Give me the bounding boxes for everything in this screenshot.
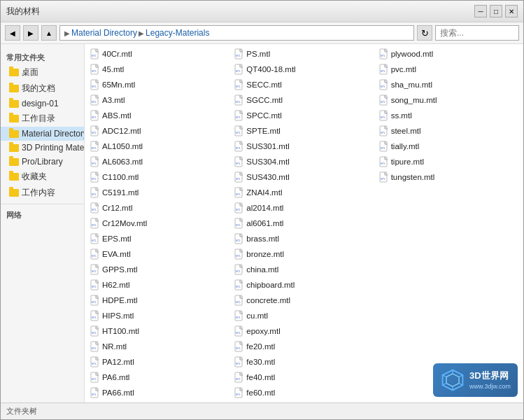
- list-item[interactable]: MTL SPTE.mtl: [232, 124, 376, 138]
- list-item[interactable]: MTL bronze.mtl: [232, 247, 376, 261]
- list-item[interactable]: MTL tially.mtl: [376, 139, 521, 153]
- folder-icon: [9, 158, 19, 166]
- list-item[interactable]: [376, 201, 521, 204]
- list-item[interactable]: [376, 186, 521, 188]
- list-item[interactable]: MTL PA12.mtl: [87, 355, 232, 369]
- list-item[interactable]: MTL china.mtl: [232, 262, 376, 276]
- list-item[interactable]: MTL steel.mtl: [376, 124, 521, 138]
- refresh-button[interactable]: ↻: [417, 25, 432, 41]
- list-item[interactable]: [376, 401, 521, 402]
- list-item[interactable]: MTL femall.mtl: [232, 401, 376, 402]
- list-item[interactable]: MTL SPCC.mtl: [232, 108, 376, 122]
- list-item[interactable]: MTL GPPS.mtl: [87, 262, 232, 276]
- sidebar-item-3dprint[interactable]: 3D Printing Materials: [1, 141, 84, 155]
- window-title: 我的材料: [6, 6, 40, 18]
- list-item[interactable]: MTL 65Mn.mtl: [87, 78, 232, 92]
- path-part-material[interactable]: Material Directory: [71, 28, 137, 38]
- folder-icon: [9, 173, 19, 181]
- list-item[interactable]: MTL PS.mtl: [232, 47, 376, 61]
- search-input[interactable]: [435, 25, 519, 41]
- list-item[interactable]: [376, 232, 521, 234]
- sidebar-item-workcontent[interactable]: 工作内容: [1, 185, 84, 201]
- list-item[interactable]: MTL al2014.mtl: [232, 201, 376, 215]
- up-button[interactable]: ▲: [41, 25, 57, 41]
- svg-text:MTL: MTL: [92, 255, 97, 258]
- list-item[interactable]: MTL AL1050.mtl: [87, 139, 232, 153]
- list-item[interactable]: MTL fe60.mtl: [232, 386, 376, 400]
- list-item[interactable]: MTL SUS301.mtl: [232, 139, 376, 153]
- list-item[interactable]: MTL tungsten.mtl: [376, 170, 521, 184]
- folder-icon: [9, 100, 19, 108]
- list-item[interactable]: MTL SUS304.mtl: [232, 155, 376, 169]
- list-item[interactable]: [376, 262, 521, 265]
- list-item[interactable]: MTL EVA.mtl: [87, 247, 232, 261]
- list-item[interactable]: MTL PBT.mtl: [87, 401, 232, 402]
- list-item[interactable]: MTL ZNAI4.mtl: [232, 186, 376, 200]
- sidebar-item-prolibrary[interactable]: Pro/Library: [1, 155, 84, 169]
- list-item[interactable]: MTL 45.mtl: [87, 62, 232, 76]
- minimize-button[interactable]: ─: [474, 5, 487, 18]
- list-item[interactable]: MTL QT400-18.mtl: [232, 62, 376, 76]
- list-item[interactable]: MTL plywood.mtl: [376, 47, 521, 61]
- list-item[interactable]: MTL fe20.mtl: [232, 340, 376, 354]
- list-item[interactable]: MTL ss.mtl: [376, 108, 521, 122]
- list-item[interactable]: MTL HIPS.mtl: [87, 309, 232, 323]
- sidebar-item-workdir[interactable]: 工作目录: [1, 111, 84, 127]
- list-item[interactable]: MTL HT100.mtl: [87, 324, 232, 338]
- list-item[interactable]: MTL NR.mtl: [87, 340, 232, 354]
- list-item[interactable]: [376, 278, 521, 281]
- address-path[interactable]: ▶ Material Directory ▶ Legacy-Materials: [59, 25, 414, 41]
- list-item[interactable]: MTL Cr12.mtl: [87, 201, 232, 215]
- path-part-legacy[interactable]: Legacy-Materials: [146, 28, 209, 38]
- list-item[interactable]: MTL 40Cr.mtl: [87, 47, 232, 61]
- list-item[interactable]: MTL C1100.mtl: [87, 170, 232, 184]
- list-item[interactable]: MTL chipboard.mtl: [232, 278, 376, 292]
- list-item[interactable]: MTL HDPE.mtl: [87, 293, 232, 307]
- list-item[interactable]: [376, 216, 521, 219]
- list-item[interactable]: MTL concrete.mtl: [232, 293, 376, 307]
- sidebar-item-mydocs[interactable]: 我的文档: [1, 80, 84, 97]
- maximize-button[interactable]: □: [490, 5, 502, 18]
- list-item[interactable]: MTL PA6.mtl: [87, 370, 232, 384]
- close-button[interactable]: ✕: [505, 5, 518, 18]
- list-item[interactable]: MTL al6061.mtl: [232, 216, 376, 230]
- sidebar-item-favorites[interactable]: 收藏夹: [1, 169, 84, 185]
- list-item[interactable]: MTL Cr12Mov.mtl: [87, 216, 232, 230]
- list-item[interactable]: MTL sha_mu.mtl: [376, 78, 521, 92]
- list-item[interactable]: MTL pvc.mtl: [376, 62, 521, 76]
- list-item[interactable]: MTL SGCC.mtl: [232, 93, 376, 107]
- list-item[interactable]: MTL tipure.mtl: [376, 155, 521, 169]
- list-item[interactable]: MTL C5191.mtl: [87, 186, 232, 200]
- list-item[interactable]: MTL AL6063.mtl: [87, 155, 232, 169]
- file-name: SPCC.mtl: [246, 111, 281, 120]
- list-item[interactable]: [376, 324, 521, 327]
- list-item[interactable]: MTL SECC.mtl: [232, 78, 376, 92]
- list-item[interactable]: [376, 340, 521, 342]
- list-item[interactable]: [376, 309, 521, 312]
- sidebar-item-desktop[interactable]: 桌面: [1, 64, 84, 80]
- mtl-file-icon: MTL: [90, 110, 100, 121]
- list-item[interactable]: MTL A3.mtl: [87, 93, 232, 107]
- list-item[interactable]: MTL SUS430.mtl: [232, 170, 376, 184]
- list-item[interactable]: MTL ABS.mtl: [87, 108, 232, 122]
- list-item[interactable]: MTL fe40.mtl: [232, 370, 376, 384]
- list-item[interactable]: MTL fe30.mtl: [232, 355, 376, 369]
- list-item[interactable]: MTL song_mu.mtl: [376, 93, 521, 107]
- list-item[interactable]: MTL epoxy.mtl: [232, 324, 376, 338]
- file-name: fe40.mtl: [246, 373, 275, 382]
- svg-text:MTL: MTL: [381, 85, 385, 88]
- list-item[interactable]: MTL H62.mtl: [87, 278, 232, 292]
- sidebar-item-design01[interactable]: design-01: [1, 97, 84, 111]
- forward-button[interactable]: ▶: [23, 25, 38, 41]
- list-item[interactable]: MTL PA66.mtl: [87, 386, 232, 400]
- list-item[interactable]: MTL brass.mtl: [232, 232, 376, 246]
- back-button[interactable]: ◀: [5, 25, 20, 41]
- mtl-file-icon: MTL: [90, 202, 100, 214]
- list-item[interactable]: [376, 247, 521, 250]
- list-item[interactable]: [376, 355, 521, 358]
- list-item[interactable]: MTL ADC12.mtl: [87, 124, 232, 138]
- list-item[interactable]: MTL EPS.mtl: [87, 232, 232, 246]
- list-item[interactable]: [376, 293, 521, 296]
- sidebar-item-materialdir[interactable]: Material Directory: [1, 127, 84, 141]
- list-item[interactable]: MTL cu.mtl: [232, 309, 376, 323]
